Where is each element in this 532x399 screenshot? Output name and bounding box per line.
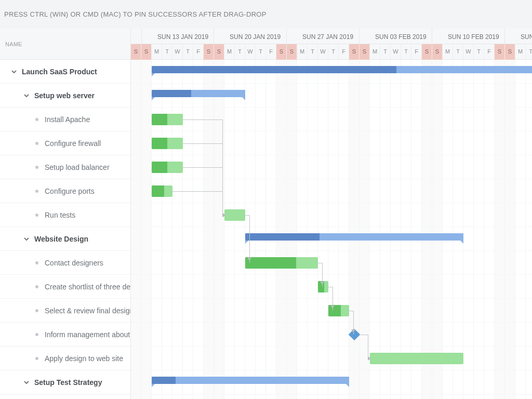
task-row[interactable]: Install Apache (0, 108, 130, 131)
bullet-icon (35, 261, 38, 264)
gantt-task-bar[interactable] (245, 257, 318, 269)
day-header-cell: S (422, 44, 432, 60)
task-label: Install Apache (45, 115, 90, 124)
tree-column-header: NAME (0, 29, 130, 60)
bullet-icon (35, 166, 38, 169)
dependency-arrowhead-icon (320, 282, 324, 285)
bullet-icon (35, 190, 38, 193)
bullet-icon (35, 333, 38, 336)
dependency-line (172, 191, 222, 192)
task-label: Inform management about decision (45, 330, 130, 339)
gantt-summary-bar[interactable] (152, 377, 349, 384)
day-header-cell: T (256, 44, 266, 60)
gantt-progress-fill (152, 185, 164, 197)
grid-row-line (131, 347, 532, 370)
day-header-cell: T (183, 44, 193, 60)
task-row[interactable]: Create shortlist of three designers (0, 275, 130, 299)
dependency-arrowhead-icon (247, 258, 251, 261)
day-header-cell: S (276, 44, 287, 60)
gantt-task-bar[interactable] (152, 138, 183, 149)
gantt-progress-fill (152, 114, 167, 125)
task-tree-panel: NAME Launch SaaS ProductSetup web server… (0, 29, 131, 399)
gantt-task-bar[interactable] (152, 162, 183, 173)
day-header-cell: F (266, 44, 276, 60)
gantt-summary-bar[interactable] (245, 233, 463, 241)
day-header-cell: S (349, 44, 360, 60)
task-label: Setup web server (34, 91, 95, 100)
day-header-cell: F (484, 44, 495, 60)
week-header-cell: SUN 20 JAN 2019 (214, 29, 287, 44)
chevron-down-icon[interactable] (23, 235, 30, 243)
task-row[interactable]: Contact designers (0, 251, 130, 275)
dependency-line (183, 119, 222, 120)
chevron-down-icon[interactable] (23, 92, 30, 99)
dependency-line (245, 215, 249, 216)
day-header-cell: S (214, 44, 224, 60)
day-header-cell: M (297, 44, 308, 60)
gantt-progress-fill (152, 90, 191, 97)
gantt-summary-bar[interactable] (152, 66, 532, 73)
grid-row-line (131, 323, 532, 347)
grid-row-line (131, 203, 532, 227)
bullet-icon (35, 285, 38, 288)
day-header-cell: W (318, 44, 328, 60)
task-row[interactable]: Setup Test Strategy (0, 370, 130, 394)
task-row[interactable]: Inform management about decision (0, 323, 130, 347)
day-header-cell: S (204, 44, 214, 60)
chevron-down-icon[interactable] (10, 68, 18, 75)
day-header-cell: T (308, 44, 318, 60)
gantt-task-bar[interactable] (152, 114, 183, 125)
grid-row-line (131, 251, 532, 275)
bullet-icon (35, 118, 38, 121)
gantt-task-bar[interactable] (370, 353, 463, 364)
dependency-line (183, 167, 222, 168)
task-row[interactable]: Configure firewall (0, 131, 130, 155)
day-header-cell: W (391, 44, 401, 60)
task-row[interactable]: Setup web server (0, 84, 130, 108)
week-header-cell: SUN 13 JAN 2019 (141, 29, 214, 44)
task-row[interactable]: Run tests (0, 203, 130, 227)
day-header-cell: S (287, 44, 297, 60)
gantt-summary-bar[interactable] (152, 90, 245, 97)
timeline-grid[interactable] (131, 60, 532, 399)
day-header-cell: T (328, 44, 339, 60)
day-header-cell: T (401, 44, 411, 60)
gantt-progress-fill (245, 233, 320, 241)
chevron-down-icon[interactable] (23, 379, 30, 386)
task-row[interactable]: Website Design (0, 227, 130, 251)
day-header-cell: F (411, 44, 422, 60)
task-row[interactable]: Launch SaaS Product (0, 60, 130, 84)
gantt-task-bar[interactable] (224, 209, 245, 221)
day-header-cell: S (432, 44, 443, 60)
dependency-line (360, 335, 368, 335)
dependency-line (249, 215, 250, 263)
task-label: Configure firewall (45, 139, 101, 148)
gantt-task-bar[interactable] (152, 185, 172, 197)
timeline-panel[interactable]: SUN 13 JAN 2019SUN 20 JAN 2019SUN 27 JAN… (131, 29, 532, 399)
dependency-arrowhead-icon (330, 305, 335, 309)
task-label: Launch SaaS Product (22, 68, 97, 76)
dependency-line (328, 287, 332, 287)
dependency-arrowhead-icon (351, 329, 355, 332)
task-row[interactable]: Select & review final design (0, 299, 130, 323)
timeline-header: SUN 13 JAN 2019SUN 20 JAN 2019SUN 27 JAN… (131, 29, 532, 60)
week-header-cell: SUN 03 FEB 2019 (360, 29, 432, 44)
task-label: Apply design to web site (45, 354, 123, 363)
task-tree-rows: Launch SaaS ProductSetup web serverInsta… (0, 60, 130, 399)
task-row[interactable]: Configure ports (0, 179, 130, 203)
week-header-cell: SUN 27 JAN 2019 (287, 29, 360, 44)
dependency-line (368, 335, 368, 358)
task-row[interactable]: Setup load balancer (0, 155, 130, 179)
day-header-cell: M (515, 44, 526, 60)
day-header-cell: M (152, 44, 162, 60)
day-header-cell: T (526, 44, 532, 60)
task-label: Create shortlist of three designers (45, 283, 130, 291)
task-label: Select & review final design (45, 307, 130, 315)
gantt-progress-fill (152, 138, 167, 149)
bullet-icon (35, 309, 38, 312)
dependency-arrowhead-icon (368, 356, 371, 361)
task-row[interactable]: Apply design to web site (0, 347, 130, 370)
task-label: Setup load balancer (45, 163, 110, 171)
task-label: Run tests (45, 211, 75, 219)
week-header-cell: SUN 10 FEB 2019 (432, 29, 505, 44)
